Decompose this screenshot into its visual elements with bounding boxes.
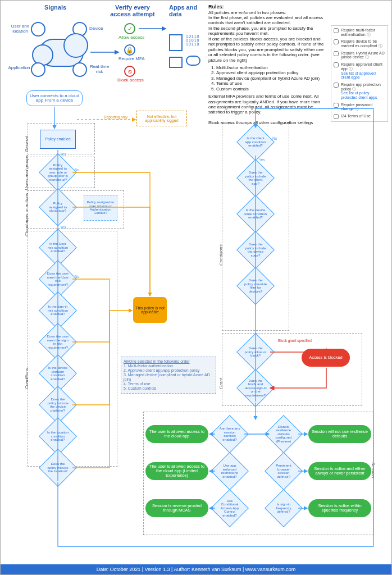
- report-only: Reporting only: [104, 115, 127, 119]
- d-left-0: Policy assigned to user, role or group u…: [44, 159, 71, 186]
- rule-item: Terms of use: [216, 81, 326, 86]
- lbl-no: No: [272, 136, 277, 140]
- label-grant: Grant: [218, 378, 224, 389]
- d-sess-2: Use Conditional Access App Control enabl…: [216, 495, 243, 522]
- start-box: User connects to a cloud app From a devi…: [26, 90, 83, 106]
- cb-approved[interactable]: Require approved client app ⓘSee list of…: [334, 62, 385, 80]
- label-general: General: [24, 136, 29, 152]
- order-item: 2. Approved client app/app protection po…: [124, 368, 199, 372]
- label-cond-left: Conditions: [24, 368, 29, 389]
- d-left-3: Does the user meet the User risk require…: [44, 266, 71, 293]
- d-left-7: Does the policy include the device platf…: [44, 391, 71, 418]
- outcome-allowed: The user is allowed access to the cloud …: [145, 425, 208, 443]
- rules-heading: Rules:: [208, 4, 224, 10]
- d-right-1: Does the policy include the client app?: [242, 165, 269, 191]
- label-users: Users and groups: [24, 155, 29, 190]
- cb-hybrid[interactable]: Require Hybrid Azure AD joined device ⓘ: [334, 51, 385, 60]
- d-left-6: Is the device platform condition enabled…: [44, 360, 71, 387]
- lbl-yes: Yes: [60, 225, 66, 229]
- rule-item: Custom controls: [216, 86, 326, 92]
- block-icon: ⦸: [124, 66, 135, 77]
- order-item: 3. Managed device (compliant or hybrid A…: [124, 373, 210, 381]
- order-heading: All/One selected in the following order: [124, 359, 190, 363]
- cb-mfa[interactable]: Require multi-factor authentication ⓘ: [334, 28, 385, 36]
- application-icon: [31, 62, 45, 77]
- grid-icon: [169, 57, 183, 68]
- label-mfa: Require MFA: [118, 57, 145, 62]
- lbl-no: No: [75, 275, 79, 279]
- d-right-6: Does the block and require sign-in on th…: [242, 375, 269, 401]
- d-sess-0: Are there any session controls enabled?: [216, 421, 243, 448]
- app-box-icon: [169, 34, 183, 51]
- d-right-4: Does the policy override filter for devi…: [242, 272, 269, 299]
- title-apps: Apps and data: [169, 4, 203, 17]
- d-right-5: Does the policy allow or block?: [242, 339, 269, 366]
- d-left-9: Does the policy include the location?: [44, 454, 71, 481]
- d-right-2: Is the device state condition enabled?: [242, 200, 269, 227]
- outcome-mcas: Session is reverse proxied through MCAS: [145, 499, 208, 517]
- order-item: 1. Multi-factor authentication: [124, 364, 173, 368]
- check-icon: ✓: [124, 23, 135, 34]
- order-item: 5. Custom controls: [124, 386, 156, 390]
- rule-item: Multi-factor authentication: [216, 65, 326, 70]
- policy-enabled-box: Policy enabled: [40, 130, 76, 149]
- flowchart: General Users and groups Cloud apps or a…: [14, 97, 379, 558]
- left-note-box: Policy assigned to user actions or Authe…: [84, 195, 117, 221]
- rules-p1: All policies are enforced in two phases:: [208, 10, 286, 15]
- policy-not-applicable: This policy is not applicable: [133, 297, 167, 323]
- label-apps: Cloud apps or actions: [24, 193, 29, 236]
- label-block: Block access: [117, 78, 144, 83]
- d-sess-3: Disable resilience defaults configured (…: [270, 421, 297, 448]
- label-cond-right: Conditions: [218, 244, 224, 266]
- d-left-2: Is the User risk condition enabled?: [44, 234, 71, 261]
- access-blocked: Access is blocked: [302, 349, 350, 367]
- order-item: 4. Terms of use: [124, 382, 151, 386]
- outcome-limited: The user is allowed access to the cloud …: [145, 462, 208, 480]
- cloud-small-icon: [186, 56, 200, 66]
- d-left-4: Is the sign-in risk condition enabled?: [44, 297, 71, 324]
- title-signals: Signals: [44, 4, 66, 11]
- rules-p4: If one of the policies blocks access, yo…: [208, 36, 323, 63]
- label-allow: Allow access: [118, 35, 144, 40]
- d-right-3: Does the policy include the device state…: [242, 236, 269, 263]
- risk-icon: [72, 62, 87, 77]
- label-risk: Real-time risk: [89, 65, 110, 75]
- rules-p2: In the first phase, all policies are eva…: [208, 15, 323, 25]
- d-right-0: Is the client app condition enabled?: [242, 129, 269, 156]
- lock-icon: 🔒: [124, 44, 135, 56]
- lbl-no: No: [75, 168, 79, 172]
- outcome-resilience: Session will not use resilience defaults: [308, 425, 371, 443]
- data-bits-icon: 101100101010110: [186, 34, 199, 46]
- rule-item: Approved client app/app protection polic…: [216, 70, 326, 75]
- rule-item: Managed device (compliant or hybrid Azur…: [216, 76, 326, 81]
- lbl-yes: Yes: [259, 158, 265, 162]
- rules-list: Multi-factor authentication Approved cli…: [216, 65, 326, 92]
- outcome-frequency: Session is active within specified frequ…: [308, 499, 371, 517]
- footer: Date: October 2021 | Version 1.3 | Autho…: [1, 564, 391, 574]
- title-verify: Verify every access attempt: [107, 4, 158, 17]
- lbl-yes: Yes: [60, 152, 66, 156]
- d-sess-4: Persistent browser session defined?: [270, 458, 297, 485]
- block-set-label: Block grant specified: [278, 339, 312, 343]
- group-conditions-left: [28, 231, 117, 467]
- label-device: Device: [89, 26, 103, 31]
- label-session: Session: [371, 462, 376, 478]
- d-left-1: Policy assigned to cloud app?: [44, 194, 71, 221]
- d-sess-5: Is sign-in frequency defined?: [270, 495, 297, 522]
- label-user-location: User and location: [10, 24, 31, 34]
- d-left-5: Does the user meet the sign-in risk requ…: [44, 328, 71, 355]
- cb-compliant[interactable]: Require device to be marked as compliant…: [334, 39, 385, 48]
- rules-p3: In the second phase, you are prompted to…: [208, 26, 313, 36]
- order-note: All/One selected in the following order …: [121, 357, 216, 394]
- user-icon: [31, 22, 45, 36]
- not-effective-box: Not effective, but applicability logged: [136, 111, 187, 126]
- d-left-8: Is the location condition enabled?: [44, 423, 71, 450]
- d-sess-1: Use app enforced restrictions enabled?: [216, 458, 243, 485]
- outcome-persistent: Session is active and either always or n…: [308, 462, 371, 480]
- label-application: Application: [7, 66, 31, 71]
- header-illustration: Signals Verify every access attempt Apps…: [6, 4, 203, 94]
